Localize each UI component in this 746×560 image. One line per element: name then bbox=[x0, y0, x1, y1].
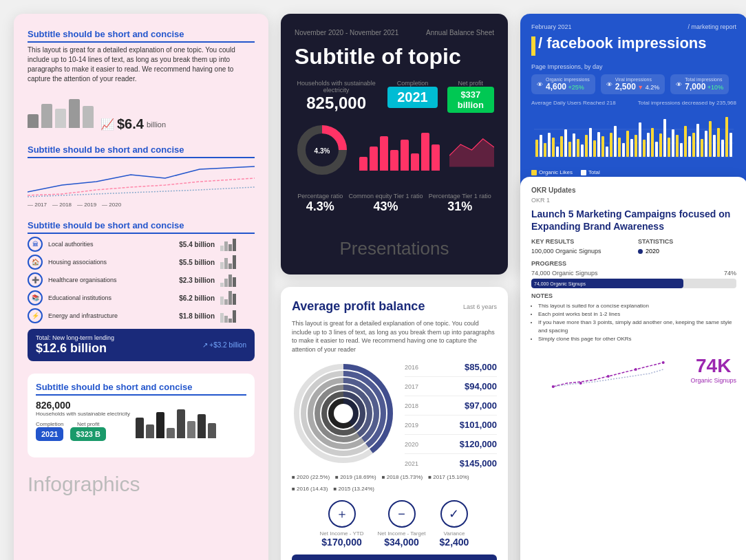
icon-energy: ⚡ bbox=[28, 308, 43, 323]
presentation-date: November 2020 - November 2021 bbox=[295, 29, 398, 36]
pct-bar: Common equity Tier 1 ratio 43% bbox=[348, 193, 423, 214]
candlestick-chart bbox=[531, 109, 736, 164]
svg-rect-9 bbox=[544, 143, 546, 157]
okr-chart-area bbox=[531, 349, 685, 390]
label-authorities: Local authorities bbox=[48, 241, 173, 248]
bar-chart-bottom bbox=[136, 404, 216, 438]
svg-rect-34 bbox=[647, 133, 650, 157]
svg-rect-26 bbox=[614, 126, 617, 157]
value-authorities: $5.4 billion bbox=[179, 241, 215, 248]
svg-rect-16 bbox=[573, 133, 575, 157]
svg-rect-52 bbox=[721, 140, 724, 157]
infographics-section4: Subtitle should be short and concise 826… bbox=[28, 374, 255, 457]
table-row: ⚡ Energy and infrastructure $1.8 billion bbox=[28, 308, 255, 323]
stat3: Net profit $337 billion bbox=[447, 80, 494, 113]
table-row: 🏛 Local authorities $5.4 billion bbox=[28, 237, 255, 252]
profit-subtitle: Last 6 years bbox=[463, 303, 497, 310]
profit-year-2017: 2017 $94,000 bbox=[405, 381, 497, 391]
target-label: Net Income - Target bbox=[377, 530, 425, 537]
pct-donut: Percentage ratio 4.3% bbox=[297, 193, 343, 214]
progress-bar-bg: 74,000 Organic Signups bbox=[531, 279, 736, 288]
svg-rect-12 bbox=[556, 147, 559, 157]
fb-metric3-label: Total impressions bbox=[685, 77, 723, 82]
line-chart bbox=[28, 161, 255, 199]
profit-year-2021: 2021 $145,000 bbox=[405, 458, 497, 469]
value-housing: $5.5 billion bbox=[179, 259, 215, 266]
svg-point-73 bbox=[662, 361, 665, 364]
section3-title: Subtitle should be short and concise bbox=[28, 220, 255, 234]
variance-value: $2,400 bbox=[440, 537, 469, 548]
label-energy: Energy and infrastructure bbox=[48, 312, 173, 320]
card-profit: Average profit balance Last 6 years This… bbox=[281, 287, 508, 560]
svg-rect-18 bbox=[581, 144, 584, 157]
svg-rect-24 bbox=[606, 147, 608, 157]
note-item: This layout is suited for a concise expl… bbox=[538, 302, 736, 310]
okr-stat-2020-label: 2020 bbox=[646, 248, 659, 255]
pct-area-value: 31% bbox=[429, 200, 491, 214]
fb-metric-total: 👁 Total impressions 7,000 +10% bbox=[670, 74, 729, 94]
svg-rect-17 bbox=[577, 139, 579, 157]
fb-title: / facebook impressions bbox=[538, 34, 707, 52]
value-energy: $1.8 billion bbox=[179, 312, 215, 320]
progress-section: PROGRESS 74,000 Organic Signups 74% 74,0… bbox=[531, 260, 736, 288]
gallery: Subtitle should be short and concise Thi… bbox=[0, 0, 746, 560]
card-okr: OKR Updates OKR 1 Launch 5 Marketing Cam… bbox=[520, 177, 746, 560]
profit-icons-row: ＋ Net Income - YTD $170,000 − Net Income… bbox=[292, 500, 497, 548]
presentations-label: Presentations bbox=[295, 227, 494, 259]
okr-big-number: 74K Organic Signups bbox=[690, 349, 736, 390]
table-section: 🏛 Local authorities $5.4 billion 🏠 Housi… bbox=[28, 237, 255, 323]
fb-metric2-label: Viral impressions bbox=[615, 77, 660, 82]
svg-rect-46 bbox=[696, 124, 699, 157]
section1-body: This layout is great for a detailed expl… bbox=[28, 45, 255, 84]
value-education: $6.2 billion bbox=[179, 294, 215, 302]
profit-icon-ytd: ＋ Net Income - YTD $170,000 bbox=[320, 500, 364, 548]
svg-rect-36 bbox=[655, 142, 658, 157]
progress-bar-text: 74,000 Organic Signups bbox=[534, 281, 586, 286]
progress-text: 74,000 Organic Signups bbox=[531, 270, 598, 277]
svg-rect-44 bbox=[688, 136, 691, 157]
progress-label-row: 74,000 Organic Signups 74% bbox=[531, 270, 736, 277]
fb-metric-viral: 👁 Viral impressions 2,500 ▼ 4.2% bbox=[601, 74, 665, 94]
svg-rect-50 bbox=[713, 135, 716, 157]
note-item: Simply clone this page for other OKRs bbox=[538, 335, 736, 343]
date-row: November 2020 - November 2021 Annual Bal… bbox=[295, 29, 494, 36]
fb-section-label: Page Impressions, by day bbox=[531, 63, 736, 70]
card-presentations: November 2020 - November 2021 Annual Bal… bbox=[281, 14, 508, 274]
svg-rect-23 bbox=[601, 136, 604, 157]
svg-rect-21 bbox=[593, 140, 596, 157]
total-change: ↗ +$3.2 billion bbox=[202, 341, 246, 349]
infographics-section1: Subtitle should be short and concise Thi… bbox=[28, 29, 255, 132]
section4-sub: Households with sustainable electricity bbox=[36, 411, 130, 417]
profit-title: Average profit balance bbox=[292, 299, 425, 314]
note-item: If you have more than 3 points, simply a… bbox=[538, 319, 736, 335]
pct-donut-label: Percentage ratio bbox=[297, 193, 343, 200]
svg-rect-37 bbox=[659, 133, 662, 157]
profit-values: 2016 $85,000 2017 $94,000 2018 $97,000 2… bbox=[405, 362, 497, 469]
svg-rect-42 bbox=[680, 143, 683, 157]
svg-rect-31 bbox=[635, 135, 637, 157]
fb-note1: Average Daily Users Reached 218 bbox=[531, 100, 616, 106]
section2-title: Subtitle should be short and concise bbox=[28, 144, 255, 158]
progress-bar-fill: 74,000 Organic Signups bbox=[531, 279, 683, 288]
fb-metric1-val: 4,600 bbox=[546, 82, 566, 91]
okr-stat-2020: 2020 bbox=[638, 248, 736, 255]
big-unit-1: billion bbox=[147, 120, 166, 129]
svg-rect-10 bbox=[548, 133, 551, 157]
svg-rect-28 bbox=[622, 143, 625, 157]
table-row: 🏠 Housing associations $5.5 billion bbox=[28, 255, 255, 270]
stat3-value: $337 billion bbox=[447, 87, 494, 113]
presentation-type: Annual Balance Sheet bbox=[426, 29, 494, 36]
fb-metric2-change: ▼ bbox=[637, 84, 643, 91]
fb-metric3-val: 7,000 bbox=[685, 82, 705, 91]
okr-bottom: 74K Organic Signups bbox=[531, 349, 736, 390]
total-label: Total: New long-term lending bbox=[36, 334, 114, 341]
fb-header: February 2021 / marketing report bbox=[531, 23, 736, 30]
svg-rect-49 bbox=[709, 121, 712, 157]
profit-icon-target: − Net Income - Target $34,000 bbox=[377, 500, 425, 548]
svg-point-72 bbox=[635, 368, 637, 371]
profit-header: Average profit balance Last 6 years bbox=[292, 299, 497, 314]
fb-metric2-val: 2,500 bbox=[615, 82, 636, 91]
table-row: ➕ Healthcare organisations $2.3 billion bbox=[28, 272, 255, 288]
okr-big-label: Organic Signups bbox=[690, 377, 736, 384]
okr-key-result: 100,000 Organic Signups bbox=[531, 248, 630, 255]
